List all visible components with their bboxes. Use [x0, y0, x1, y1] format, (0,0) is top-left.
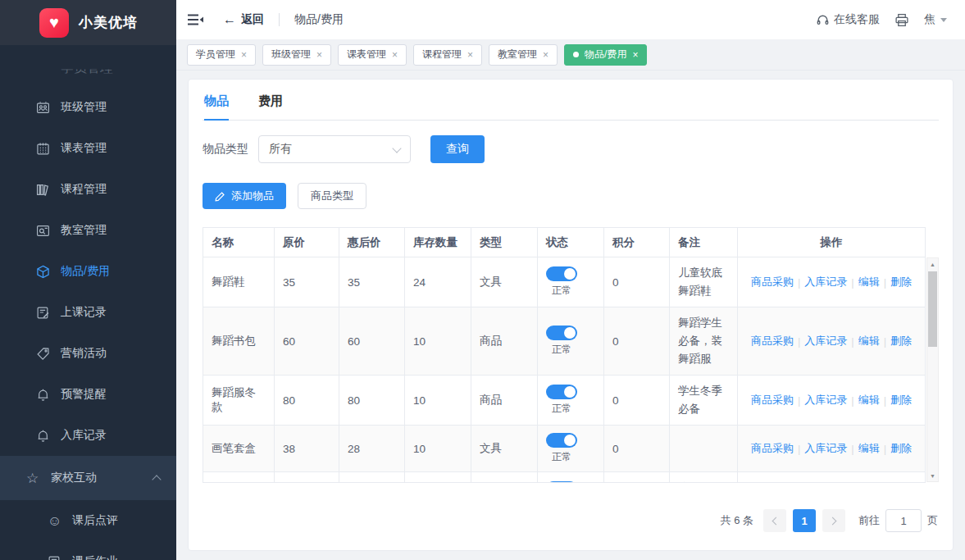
status-toggle[interactable]: [546, 326, 577, 340]
search-button[interactable]: 查询: [430, 135, 485, 163]
separator: |: [851, 394, 853, 407]
table-header: 名称 原价 惠后价 库存数量 类型 状态 积分 备注 操作: [203, 228, 925, 257]
status-cell: 正常: [538, 307, 604, 375]
row-actions: 商品采购|入库记录|编辑|删除: [738, 426, 925, 471]
sidebar-group-family[interactable]: ☆ 家校互动: [0, 456, 176, 500]
back-button[interactable]: ← 返回: [223, 12, 264, 27]
sidebar-item-homework[interactable]: 课后作业: [0, 541, 176, 560]
scroll-down-icon[interactable]: ▼: [927, 470, 938, 481]
tab-goods[interactable]: 物品: [204, 93, 229, 121]
sidebar-item-course[interactable]: 课程管理: [0, 169, 176, 210]
sidebar-item-classroom[interactable]: 教室管理: [0, 210, 176, 251]
doc-icon: [48, 555, 61, 560]
scroll-up-icon[interactable]: ▲: [927, 258, 938, 270]
row-action-link[interactable]: 编辑: [858, 275, 880, 289]
sidebar-item-peek[interactable]: 学员管理: [0, 46, 176, 87]
close-icon[interactable]: ×: [392, 49, 398, 61]
open-tabs-bar: 学员管理× 班级管理× 课表管理× 课程管理× 教室管理× 物品/费用×: [176, 39, 965, 71]
row-action-link[interactable]: 入库记录: [804, 441, 847, 456]
page-suffix-label: 页: [927, 513, 938, 528]
user-menu[interactable]: 焦: [924, 12, 947, 27]
tab-tag-courses[interactable]: 课程管理×: [413, 44, 482, 66]
classroom-search-icon: [36, 224, 50, 238]
row-action-link[interactable]: 商品采购: [751, 275, 794, 289]
calendar-icon: [36, 142, 50, 156]
row-actions: 商品采购|入库记录|编辑|删除: [738, 307, 925, 375]
row-action-link[interactable]: 商品采购: [751, 393, 794, 407]
table-row: 测试物品 文具 正常 这是一个测试 商品采购|入库记录|编辑|删除: [203, 472, 925, 482]
goods-type-select[interactable]: 所有: [258, 135, 411, 163]
close-icon[interactable]: ×: [543, 49, 549, 61]
sidebar-item-warning[interactable]: 预警提醒: [0, 374, 176, 415]
tab-tag-classrooms[interactable]: 教室管理×: [489, 44, 558, 66]
collapse-sidebar-icon[interactable]: [188, 14, 203, 26]
sidebar-menu: 学员管理 班级管理 课表管理 课程管理 教室管理 物品/费用 上课记录 营销活: [0, 45, 176, 560]
close-icon[interactable]: ×: [632, 49, 638, 61]
sidebar-item-comment[interactable]: ☺ 课后点评: [0, 500, 176, 541]
pagination: 共 6 条 1 前往 页: [721, 509, 938, 532]
row-action-link[interactable]: 编辑: [858, 393, 880, 407]
separator: |: [884, 335, 886, 348]
online-service-button[interactable]: 在线客服: [816, 12, 880, 27]
close-icon[interactable]: ×: [316, 49, 322, 61]
goods-card: 物品 费用 物品类型 所有 查询 添加物品 商品类型: [188, 79, 954, 551]
tab-tag-goods-active[interactable]: 物品/费用×: [564, 44, 647, 66]
prev-page-button[interactable]: [763, 509, 786, 532]
tab-tag-students[interactable]: 学员管理×: [187, 44, 256, 66]
status-toggle[interactable]: [546, 385, 577, 399]
table-scrollbar[interactable]: ▲ ▼: [926, 257, 939, 482]
tab-fees[interactable]: 费用: [258, 93, 283, 120]
card-tabs: 物品 费用: [203, 93, 939, 121]
row-action-link[interactable]: 入库记录: [804, 334, 847, 348]
separator: |: [798, 394, 800, 407]
separator: |: [798, 335, 800, 348]
separator: |: [884, 443, 886, 455]
sidebar-item-marketing[interactable]: 营销活动: [0, 333, 176, 374]
sidebar-item-schedule[interactable]: 课表管理: [0, 128, 176, 169]
tab-tag-classes[interactable]: 班级管理×: [262, 44, 331, 66]
goto-page-input[interactable]: [885, 509, 922, 532]
back-arrow-icon: ←: [223, 12, 236, 27]
sidebar-item-class[interactable]: 班级管理: [0, 87, 176, 128]
separator: |: [884, 276, 886, 289]
close-icon[interactable]: ×: [467, 49, 473, 61]
close-icon[interactable]: ×: [241, 49, 247, 61]
row-action-link[interactable]: 删除: [890, 275, 912, 289]
page-number-button[interactable]: 1: [793, 509, 816, 532]
status-toggle[interactable]: [546, 433, 577, 448]
row-action-link[interactable]: 编辑: [858, 441, 880, 456]
status-cell: 正常: [538, 257, 604, 307]
tab-tag-schedule[interactable]: 课表管理×: [338, 44, 407, 66]
print-button[interactable]: [894, 13, 909, 27]
class-group-icon: [36, 101, 50, 115]
row-action-link[interactable]: 删除: [890, 393, 912, 407]
sidebar-item-goods[interactable]: 物品/费用: [0, 251, 176, 292]
row-action-link[interactable]: 入库记录: [804, 393, 847, 407]
goods-type-button[interactable]: 商品类型: [298, 183, 366, 209]
scroll-thumb[interactable]: [928, 271, 937, 347]
chevron-right-icon: [829, 517, 837, 525]
row-action-link[interactable]: 删除: [890, 334, 912, 348]
divider: [279, 13, 280, 26]
separator: |: [798, 276, 800, 289]
row-action-link[interactable]: 入库记录: [804, 275, 847, 289]
table-body: 舞蹈鞋 35 35 24 文具 正常 0 儿童软底舞蹈鞋 商品采购|入库记录|编…: [203, 257, 925, 482]
tag-icon: [36, 347, 50, 361]
sidebar-item-inbound[interactable]: 入库记录: [0, 415, 176, 456]
sidebar-item-lesson-record[interactable]: 上课记录: [0, 292, 176, 333]
next-page-button[interactable]: [822, 509, 845, 532]
status-toggle[interactable]: [546, 481, 577, 482]
row-actions: 商品采购|入库记录|编辑|删除: [738, 257, 925, 307]
table-row: 舞蹈服冬款 80 80 10 商品 正常 0 学生冬季必备 商品采购|入库记录|…: [203, 376, 925, 426]
total-count: 共 6 条: [721, 513, 753, 528]
row-action-link[interactable]: 商品采购: [751, 441, 794, 456]
filter-row: 物品类型 所有 查询: [203, 135, 939, 163]
row-action-link[interactable]: 删除: [890, 441, 912, 456]
status-toggle[interactable]: [546, 266, 577, 281]
row-action-link[interactable]: 商品采购: [751, 334, 794, 348]
separator: |: [884, 394, 886, 407]
row-actions: 商品采购|入库记录|编辑|删除: [738, 376, 925, 425]
status-cell: 正常: [538, 376, 604, 425]
add-goods-button[interactable]: 添加物品: [203, 183, 286, 209]
row-action-link[interactable]: 编辑: [858, 334, 880, 348]
